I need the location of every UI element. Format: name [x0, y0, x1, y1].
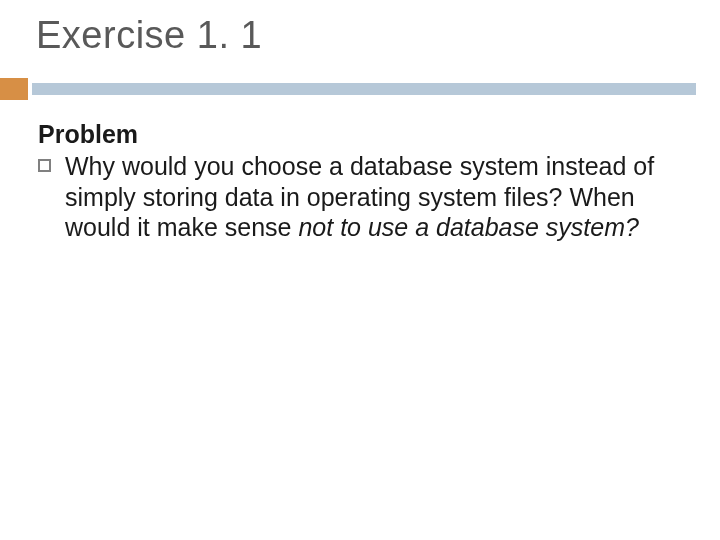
problem-heading: Problem: [38, 120, 678, 149]
bullet-item: Why would you choose a database system i…: [38, 151, 678, 243]
body-content: Problem Why would you choose a database …: [38, 120, 678, 243]
accent-orange-box: [0, 78, 28, 100]
slide: Exercise 1. 1 Problem Why would you choo…: [0, 0, 720, 540]
question-emphasis: not to use a database system?: [298, 213, 639, 241]
title-rule: [0, 78, 720, 100]
slide-title: Exercise 1. 1: [36, 14, 262, 57]
accent-blue-bar: [32, 83, 696, 95]
question-text: Why would you choose a database system i…: [65, 151, 678, 243]
square-bullet-icon: [38, 159, 51, 172]
